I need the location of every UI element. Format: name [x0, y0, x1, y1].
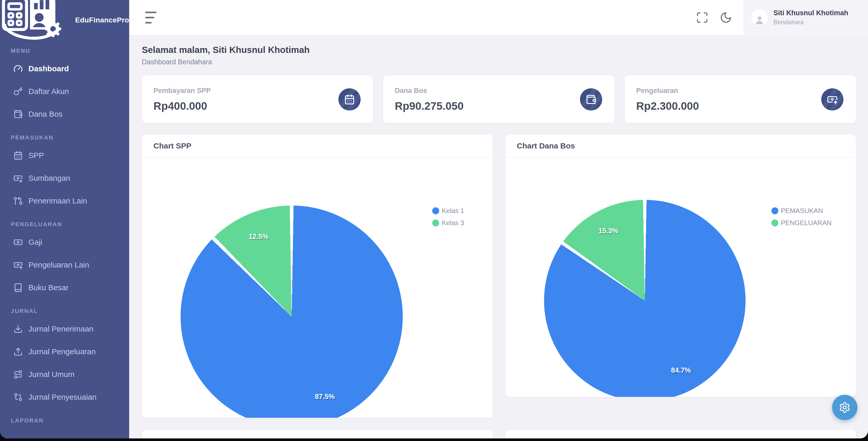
calendar-icon [344, 94, 355, 105]
user-menu[interactable]: Siti Khusnul Khotimah Bendahara [743, 0, 868, 35]
legend-dot [432, 219, 439, 226]
maximize-icon [696, 11, 708, 24]
gauge-icon [13, 64, 23, 73]
content: Selamat malam, Siti Khusnul Khotimah Das… [129, 35, 868, 438]
page-title: Selamat malam, Siti Khusnul Khotimah [142, 45, 856, 55]
legend-label: PEMASUKAN [781, 207, 823, 215]
sidebar-item-label: Penerimaan Lain [28, 196, 87, 205]
chart-legend: PEMASUKANPENGELUARAN [771, 205, 832, 229]
nav-section-jurnal: JURNAL [0, 307, 129, 315]
sidebar-item-daftar-akun[interactable]: Daftar Akun [0, 80, 129, 103]
sidebar-item-label: Gaji [28, 238, 42, 247]
legend-item-kelas-1[interactable]: Kelas 1 [432, 205, 464, 217]
darkmode-button[interactable] [720, 11, 732, 24]
sidebar-item-penerimaan-lain[interactable]: Penerimaan Lain [0, 190, 129, 212]
sidebar-nav: MENUDashboardDaftar AkunDana BosPEMASUKA… [0, 47, 129, 424]
sidebar: EduFinancePro MENUDashboardDaftar AkunDa… [0, 0, 129, 438]
sidebar-item-gaji[interactable]: Gaji [0, 231, 129, 254]
stat-card-dana-bos: Dana BosRp90.275.050 [383, 75, 614, 123]
pie-chart[interactable]: 84.7%15.3% [544, 200, 746, 397]
sidebar-item-label: Dana Bos [28, 110, 63, 119]
chart-card-chart-dana-bos: Chart Dana Bos84.7%15.3%PEMASUKANPENGELU… [505, 134, 856, 397]
edufinance-logo-icon [0, 0, 71, 52]
pie-value-label: 12.5% [249, 233, 269, 241]
sidebar-item-jurnal-umum[interactable]: Jurnal Umum [0, 363, 129, 386]
sidebar-item-jurnal-penyesuaian[interactable]: Jurnal Penyesuaian [0, 386, 129, 408]
banknote-up-icon [13, 260, 23, 270]
user-icon [751, 9, 768, 26]
main-area: Siti Khusnul Khotimah Bendahara Selamat … [129, 0, 868, 438]
stat-icon-badge [580, 88, 602, 111]
upload-icon [13, 347, 23, 356]
nav-section-laporan: LAPORAN [0, 417, 129, 424]
legend-dot [771, 207, 778, 214]
stats-row: Pembayaran SPPRp400.000Dana BosRp90.275.… [142, 75, 856, 123]
pie-value-label: 15.3% [598, 227, 618, 235]
stat-card-pengeluaran: PengeluaranRp2.300.000 [625, 75, 856, 123]
stat-icon-badge [821, 88, 843, 111]
fullscreen-button[interactable] [696, 11, 708, 24]
banknote-icon [13, 238, 23, 247]
sidebar-item-jurnal-pengeluaran[interactable]: Jurnal Pengeluaran [0, 340, 129, 363]
pie-value-label: 87.5% [315, 392, 335, 401]
legend-label: Kelas 3 [442, 219, 464, 227]
sidebar-item-dashboard[interactable]: Dashboard [0, 57, 129, 80]
stat-value: Rp2.300.000 [636, 100, 844, 112]
sidebar-item-spp[interactable]: SPP [0, 144, 129, 167]
charts-row: Chart SPP87.5%12.5%Kelas 1Kelas 3Chart D… [142, 134, 856, 418]
stat-value: Rp90.275.050 [395, 100, 603, 112]
sidebar-item-label: Pengeluaran Lain [28, 260, 89, 269]
sidebar-item-label: SPP [28, 151, 44, 160]
legend-item-pengeluaran[interactable]: PENGELUARAN [771, 217, 832, 229]
nav-section-pemasukan: PEMASUKAN [0, 134, 129, 141]
book-icon [13, 283, 23, 292]
sidebar-item-pengeluaran-lain[interactable]: Pengeluaran Lain [0, 254, 129, 276]
stat-card-pembayaran-spp: Pembayaran SPPRp400.000 [142, 75, 373, 123]
route-icon [13, 370, 23, 379]
settings-fab[interactable] [832, 395, 858, 420]
stat-label: Pembayaran SPP [153, 87, 362, 95]
chart-legend: Kelas 1Kelas 3 [432, 205, 464, 229]
topbar: Siti Khusnul Khotimah Bendahara [129, 0, 868, 35]
pull-request-icon [13, 196, 23, 206]
sidebar-item-label: Jurnal Pengeluaran [28, 347, 96, 356]
stat-label: Pengeluaran [636, 87, 844, 95]
chart-title: Chart Dana Bos [517, 141, 575, 150]
wallet-icon [586, 94, 596, 105]
legend-dot [432, 207, 439, 214]
app-logo[interactable]: EduFinancePro [0, 0, 129, 39]
sidebar-item-label: Sumbangan [28, 174, 70, 183]
moon-icon [720, 11, 732, 24]
gear-icon [839, 402, 851, 413]
legend-item-kelas-3[interactable]: Kelas 3 [432, 217, 464, 229]
legend-label: Kelas 1 [442, 207, 464, 215]
banknote-up-icon [827, 94, 838, 105]
user-role: Bendahara [773, 19, 848, 26]
page-subtitle: Dashboard Bendahara [142, 58, 856, 66]
git-compare-icon [13, 392, 23, 402]
sidebar-item-dana-bos[interactable]: Dana Bos [0, 103, 129, 125]
key-icon [13, 87, 23, 96]
topbar-right: Siti Khusnul Khotimah Bendahara [696, 0, 868, 35]
stat-icon-badge [338, 88, 361, 111]
sidebar-item-sumbangan[interactable]: Sumbangan [0, 167, 129, 190]
stat-label: Dana Bos [395, 87, 603, 95]
wallet-icon [13, 109, 23, 119]
sidebar-item-label: Jurnal Penyesuaian [28, 393, 97, 402]
pie-value-label: 84.7% [671, 366, 691, 374]
chart-header: Chart Dana Bos [505, 134, 856, 158]
banknote-down-icon [13, 174, 23, 183]
legend-item-pemasukan[interactable]: PEMASUKAN [771, 205, 832, 217]
sidebar-item-jurnal-penerimaan[interactable]: Jurnal Penerimaan [0, 318, 129, 340]
app-name: EduFinancePro [75, 16, 129, 24]
sidebar-item-label: Jurnal Penerimaan [28, 324, 94, 333]
sidebar-item-label: Dashboard [28, 64, 69, 73]
card-stub [505, 430, 856, 438]
pie-chart[interactable]: 87.5%12.5% [181, 206, 403, 418]
card-stub [142, 430, 493, 438]
sidebar-item-label: Buku Besar [28, 283, 68, 292]
menu-icon[interactable] [145, 11, 157, 24]
sidebar-item-buku-besar[interactable]: Buku Besar [0, 276, 129, 299]
chart-title: Chart SPP [153, 141, 191, 150]
calendar-icon [13, 151, 23, 160]
